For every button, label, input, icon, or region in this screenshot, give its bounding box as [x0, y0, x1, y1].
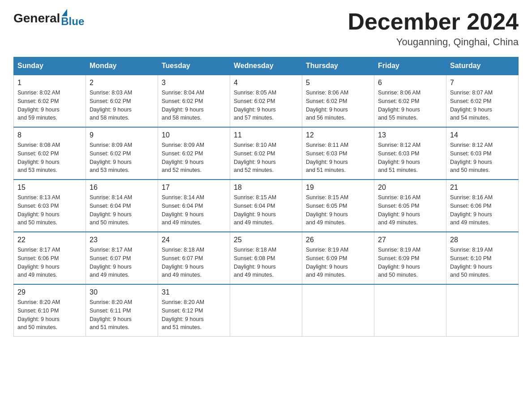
logo-general-text: General	[13, 11, 60, 26]
day-info: Sunrise: 8:12 AMSunset: 6:03 PMDaylight:…	[450, 141, 515, 175]
calendar-cell: 31Sunrise: 8:20 AMSunset: 6:12 PMDayligh…	[158, 284, 230, 337]
day-info: Sunrise: 8:05 AMSunset: 6:02 PMDaylight:…	[234, 89, 298, 122]
day-info: Sunrise: 8:06 AMSunset: 6:02 PMDaylight:…	[378, 89, 442, 122]
calendar-cell: 4Sunrise: 8:05 AMSunset: 6:02 PMDaylight…	[230, 75, 302, 127]
calendar-cell	[230, 284, 302, 337]
day-info: Sunrise: 8:04 AMSunset: 6:02 PMDaylight:…	[162, 89, 226, 122]
calendar-cell: 21Sunrise: 8:16 AMSunset: 6:06 PMDayligh…	[446, 180, 519, 232]
day-info: Sunrise: 8:02 AMSunset: 6:02 PMDaylight:…	[17, 89, 82, 122]
day-info: Sunrise: 8:10 AMSunset: 6:02 PMDaylight:…	[234, 141, 298, 175]
column-header-wednesday: Wednesday	[230, 57, 302, 75]
day-info: Sunrise: 8:15 AMSunset: 6:04 PMDaylight:…	[234, 193, 298, 227]
calendar-cell: 30Sunrise: 8:20 AMSunset: 6:11 PMDayligh…	[86, 284, 158, 337]
day-info: Sunrise: 8:09 AMSunset: 6:02 PMDaylight:…	[162, 141, 226, 175]
calendar-cell: 12Sunrise: 8:11 AMSunset: 6:03 PMDayligh…	[302, 127, 374, 180]
title-area: December 2024 Youganning, Qinghai, China	[348, 9, 519, 48]
calendar-cell: 24Sunrise: 8:18 AMSunset: 6:07 PMDayligh…	[158, 232, 230, 284]
day-number: 19	[306, 184, 370, 192]
day-number: 17	[162, 184, 226, 192]
day-info: Sunrise: 8:08 AMSunset: 6:02 PMDaylight:…	[17, 141, 82, 175]
calendar-cell: 8Sunrise: 8:08 AMSunset: 6:02 PMDaylight…	[14, 127, 86, 180]
day-number: 7	[450, 79, 515, 87]
day-info: Sunrise: 8:15 AMSunset: 6:05 PMDaylight:…	[306, 193, 370, 227]
calendar-cell: 9Sunrise: 8:09 AMSunset: 6:02 PMDaylight…	[86, 127, 158, 180]
day-number: 3	[162, 79, 226, 87]
calendar-cell: 10Sunrise: 8:09 AMSunset: 6:02 PMDayligh…	[158, 127, 230, 180]
calendar-cell: 20Sunrise: 8:16 AMSunset: 6:05 PMDayligh…	[374, 180, 446, 232]
day-info: Sunrise: 8:03 AMSunset: 6:02 PMDaylight:…	[90, 89, 154, 122]
calendar-cell: 19Sunrise: 8:15 AMSunset: 6:05 PMDayligh…	[302, 180, 374, 232]
day-number: 29	[17, 288, 82, 296]
day-info: Sunrise: 8:20 AMSunset: 6:10 PMDaylight:…	[17, 298, 82, 332]
day-info: Sunrise: 8:17 AMSunset: 6:07 PMDaylight:…	[90, 246, 154, 279]
day-info: Sunrise: 8:18 AMSunset: 6:07 PMDaylight:…	[162, 246, 226, 279]
day-info: Sunrise: 8:16 AMSunset: 6:06 PMDaylight:…	[450, 193, 515, 227]
day-info: Sunrise: 8:06 AMSunset: 6:02 PMDaylight:…	[306, 89, 370, 122]
day-info: Sunrise: 8:19 AMSunset: 6:09 PMDaylight:…	[378, 246, 442, 279]
column-header-monday: Monday	[86, 57, 158, 75]
day-info: Sunrise: 8:17 AMSunset: 6:06 PMDaylight:…	[17, 246, 82, 279]
calendar-cell: 22Sunrise: 8:17 AMSunset: 6:06 PMDayligh…	[14, 232, 86, 284]
calendar-cell: 27Sunrise: 8:19 AMSunset: 6:09 PMDayligh…	[374, 232, 446, 284]
logo: General Blue	[13, 9, 84, 28]
calendar-cell	[446, 284, 519, 337]
day-number: 13	[378, 131, 442, 139]
calendar-cell: 15Sunrise: 8:13 AMSunset: 6:03 PMDayligh…	[14, 180, 86, 232]
day-number: 12	[306, 131, 370, 139]
day-info: Sunrise: 8:16 AMSunset: 6:05 PMDaylight:…	[378, 193, 442, 227]
day-info: Sunrise: 8:11 AMSunset: 6:03 PMDaylight:…	[306, 141, 370, 175]
calendar-cell: 28Sunrise: 8:19 AMSunset: 6:10 PMDayligh…	[446, 232, 519, 284]
day-info: Sunrise: 8:13 AMSunset: 6:03 PMDaylight:…	[17, 193, 82, 227]
column-header-thursday: Thursday	[302, 57, 374, 75]
day-number: 8	[17, 131, 82, 139]
header: General Blue December 2024 Youganning, Q…	[13, 9, 519, 48]
calendar-cell: 17Sunrise: 8:14 AMSunset: 6:04 PMDayligh…	[158, 180, 230, 232]
day-number: 16	[90, 184, 154, 192]
day-info: Sunrise: 8:19 AMSunset: 6:10 PMDaylight:…	[450, 246, 515, 279]
day-number: 21	[450, 184, 515, 192]
day-number: 25	[234, 236, 298, 244]
day-info: Sunrise: 8:20 AMSunset: 6:12 PMDaylight:…	[162, 298, 226, 332]
calendar-cell: 26Sunrise: 8:19 AMSunset: 6:09 PMDayligh…	[302, 232, 374, 284]
day-number: 20	[378, 184, 442, 192]
location-subtitle: Youganning, Qinghai, China	[348, 36, 519, 48]
calendar-cell: 16Sunrise: 8:14 AMSunset: 6:04 PMDayligh…	[86, 180, 158, 232]
calendar-cell: 18Sunrise: 8:15 AMSunset: 6:04 PMDayligh…	[230, 180, 302, 232]
calendar-cell: 13Sunrise: 8:12 AMSunset: 6:03 PMDayligh…	[374, 127, 446, 180]
calendar-cell: 25Sunrise: 8:18 AMSunset: 6:08 PMDayligh…	[230, 232, 302, 284]
day-number: 28	[450, 236, 515, 244]
day-number: 5	[306, 79, 370, 87]
day-number: 6	[378, 79, 442, 87]
week-row-3: 15Sunrise: 8:13 AMSunset: 6:03 PMDayligh…	[14, 180, 519, 232]
calendar-cell: 29Sunrise: 8:20 AMSunset: 6:10 PMDayligh…	[14, 284, 86, 337]
day-number: 31	[162, 288, 226, 296]
day-number: 22	[17, 236, 82, 244]
day-number: 9	[90, 131, 154, 139]
day-number: 24	[162, 236, 226, 244]
day-number: 1	[17, 79, 82, 87]
day-info: Sunrise: 8:18 AMSunset: 6:08 PMDaylight:…	[234, 246, 298, 279]
header-row: SundayMondayTuesdayWednesdayThursdayFrid…	[14, 57, 519, 75]
day-number: 26	[306, 236, 370, 244]
column-header-friday: Friday	[374, 57, 446, 75]
day-number: 18	[234, 184, 298, 192]
calendar-cell: 11Sunrise: 8:10 AMSunset: 6:02 PMDayligh…	[230, 127, 302, 180]
calendar-cell: 14Sunrise: 8:12 AMSunset: 6:03 PMDayligh…	[446, 127, 519, 180]
month-year-title: December 2024	[348, 9, 519, 34]
day-info: Sunrise: 8:19 AMSunset: 6:09 PMDaylight:…	[306, 246, 370, 279]
column-header-saturday: Saturday	[446, 57, 519, 75]
calendar-cell: 6Sunrise: 8:06 AMSunset: 6:02 PMDaylight…	[374, 75, 446, 127]
day-number: 14	[450, 131, 515, 139]
week-row-1: 1Sunrise: 8:02 AMSunset: 6:02 PMDaylight…	[14, 75, 519, 127]
week-row-5: 29Sunrise: 8:20 AMSunset: 6:10 PMDayligh…	[14, 284, 519, 337]
day-number: 10	[162, 131, 226, 139]
day-number: 2	[90, 79, 154, 87]
calendar-cell: 3Sunrise: 8:04 AMSunset: 6:02 PMDaylight…	[158, 75, 230, 127]
day-number: 27	[378, 236, 442, 244]
calendar-cell: 23Sunrise: 8:17 AMSunset: 6:07 PMDayligh…	[86, 232, 158, 284]
column-header-tuesday: Tuesday	[158, 57, 230, 75]
day-info: Sunrise: 8:20 AMSunset: 6:11 PMDaylight:…	[90, 298, 154, 332]
calendar-cell: 1Sunrise: 8:02 AMSunset: 6:02 PMDaylight…	[14, 75, 86, 127]
calendar-cell: 7Sunrise: 8:07 AMSunset: 6:02 PMDaylight…	[446, 75, 519, 127]
day-info: Sunrise: 8:07 AMSunset: 6:02 PMDaylight:…	[450, 89, 515, 122]
